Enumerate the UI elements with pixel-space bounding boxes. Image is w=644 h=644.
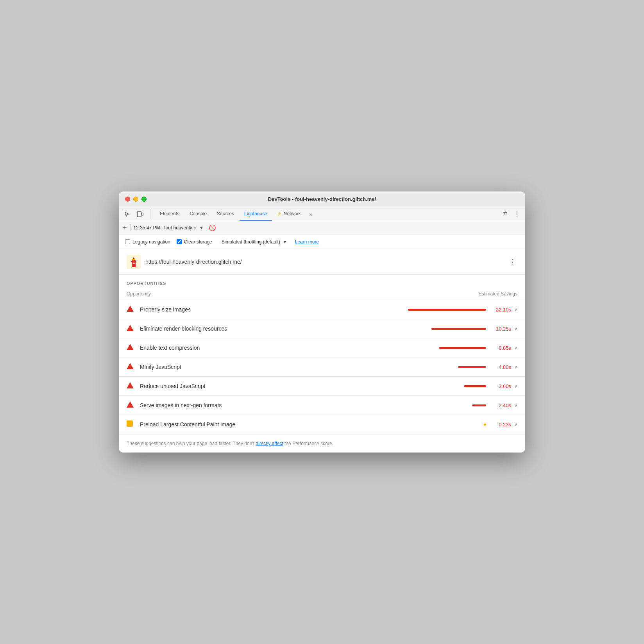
- clear-storage-group: Clear storage: [177, 239, 212, 245]
- customize-button[interactable]: ⋮: [512, 209, 522, 219]
- traffic-lights: [125, 197, 147, 202]
- legacy-nav-group: Legacy navigation: [125, 239, 170, 245]
- block-icon: 🚫: [209, 224, 216, 231]
- opportunity-bar: [408, 309, 486, 311]
- throttling-group: Simulated throttling (default) ▼: [222, 239, 287, 245]
- url-bar: + 12:35:47 PM - foul-heavenly-c ▼ 🚫: [119, 221, 525, 234]
- opportunity-icon: [127, 420, 134, 428]
- opportunity-bar: [458, 366, 486, 368]
- maximize-button[interactable]: [141, 197, 147, 202]
- tab-icon-group: [122, 209, 150, 219]
- opportunity-row[interactable]: Serve images in next-gen formats 2.40s ∨: [119, 396, 525, 415]
- legacy-navigation-checkbox[interactable]: [125, 239, 130, 244]
- table-header: Opportunity Estimated Savings: [119, 289, 525, 300]
- opportunity-icon: [127, 325, 134, 333]
- tab-lighthouse[interactable]: Lighthouse: [240, 207, 272, 221]
- opportunity-bar-area: [400, 404, 486, 406]
- throttling-label: Simulated throttling (default): [222, 239, 280, 245]
- opportunity-savings: 2.40s: [491, 402, 511, 408]
- opportunity-title: Minify JavaScript: [140, 364, 400, 370]
- opportunity-title: Eliminate render-blocking resources: [140, 326, 400, 332]
- opportunity-expand-button[interactable]: ∨: [514, 384, 517, 389]
- opportunity-bar-area: [400, 366, 486, 368]
- opportunity-expand-button[interactable]: ∨: [514, 307, 517, 312]
- url-timestamp: 12:35:47 PM - foul-heavenly-c: [134, 225, 196, 231]
- close-button[interactable]: [125, 197, 130, 202]
- window-title: DevTools - foul-heavenly-direction.glitc…: [268, 196, 376, 202]
- opportunity-expand-button[interactable]: ∨: [514, 326, 517, 331]
- opportunity-title: Enable text compression: [140, 345, 400, 351]
- section-title-opportunities: OPPORTUNITIES: [119, 275, 525, 289]
- opportunity-expand-button[interactable]: ∨: [514, 345, 517, 351]
- opportunity-title: Properly size images: [140, 306, 400, 313]
- opportunity-title: Preload Largest Contentful Paint image: [140, 421, 400, 428]
- opportunity-bar-area: [400, 385, 486, 387]
- opportunity-icon: [127, 363, 134, 371]
- clear-storage-label: Clear storage: [184, 239, 212, 245]
- svg-rect-1: [142, 213, 143, 215]
- tab-sources[interactable]: Sources: [212, 207, 239, 221]
- url-dropdown-arrow[interactable]: ▼: [199, 225, 204, 231]
- warning-icon: ⚠: [277, 211, 282, 216]
- opportunity-bar: [431, 328, 486, 330]
- tab-more-button[interactable]: »: [306, 211, 316, 217]
- opportunity-row[interactable]: Preload Largest Contentful Paint image 0…: [119, 415, 525, 434]
- lighthouse-header: https://foul-heavenly-direction.glitch.m…: [119, 249, 525, 275]
- opportunity-bar-area: [400, 424, 486, 426]
- opportunities-section: OPPORTUNITIES Opportunity Estimated Savi…: [119, 275, 525, 434]
- throttling-dropdown[interactable]: ▼: [283, 239, 287, 245]
- tab-bar: Elements Console Sources Lighthouse ⚠ Ne…: [119, 207, 525, 221]
- opportunity-row[interactable]: Eliminate render-blocking resources 10.2…: [119, 319, 525, 338]
- opportunity-row[interactable]: Properly size images 22.10s ∨: [119, 300, 525, 319]
- opportunity-expand-button[interactable]: ∨: [514, 365, 517, 370]
- opportunity-bar: [464, 385, 486, 387]
- opportunity-bar: [439, 347, 486, 349]
- opportunity-list: Properly size images 22.10s ∨ Eliminate …: [119, 300, 525, 434]
- opportunity-savings: 10.25s: [491, 326, 511, 332]
- title-bar: DevTools - foul-heavenly-direction.glitc…: [119, 191, 525, 207]
- device-toggle-icon[interactable]: [135, 209, 145, 219]
- svg-rect-5: [133, 263, 135, 264]
- learn-more-link[interactable]: Learn more: [295, 239, 319, 245]
- opportunity-title: Serve images in next-gen formats: [140, 402, 400, 408]
- svg-rect-6: [132, 259, 135, 260]
- opportunity-bar-area: [400, 328, 486, 330]
- opportunity-row[interactable]: Enable text compression 8.85s ∨: [119, 338, 525, 358]
- lighthouse-url: https://foul-heavenly-direction.glitch.m…: [145, 259, 504, 265]
- cursor-icon[interactable]: [122, 209, 132, 219]
- opportunity-savings: 22.10s: [491, 307, 511, 313]
- opportunity-row[interactable]: Minify JavaScript 4.80s ∨: [119, 358, 525, 377]
- opportunity-icon: [127, 401, 134, 409]
- opportunity-title: Reduce unused JavaScript: [140, 383, 400, 389]
- opportunity-icon: [127, 306, 134, 313]
- url-divider: [130, 224, 131, 231]
- svg-rect-0: [138, 211, 141, 216]
- footer-text-after: the Performance score.: [283, 441, 333, 446]
- tab-network[interactable]: ⚠ Network: [273, 207, 306, 221]
- opportunity-row[interactable]: Reduce unused JavaScript 3.60s ∨: [119, 377, 525, 396]
- lighthouse-menu-button[interactable]: ⋮: [509, 257, 517, 267]
- opportunity-bar-area: [400, 309, 486, 311]
- opportunity-bar: [484, 424, 486, 426]
- col-opportunity-header: Opportunity: [127, 291, 151, 297]
- opportunity-expand-button[interactable]: ∨: [514, 403, 517, 408]
- options-bar: Legacy navigation Clear storage Simulate…: [119, 234, 525, 249]
- tab-elements[interactable]: Elements: [155, 207, 184, 221]
- settings-button[interactable]: [500, 209, 510, 219]
- main-content: https://foul-heavenly-direction.glitch.m…: [119, 249, 525, 453]
- footer-note: These suggestions can help your page loa…: [119, 434, 525, 453]
- tabs-container: Elements Console Sources Lighthouse ⚠ Ne…: [155, 207, 500, 221]
- opportunity-savings: 4.80s: [491, 364, 511, 370]
- clear-storage-checkbox[interactable]: [177, 239, 182, 244]
- minimize-button[interactable]: [133, 197, 138, 202]
- browser-window: DevTools - foul-heavenly-direction.glitc…: [119, 191, 525, 453]
- opportunity-icon: [127, 344, 134, 352]
- tab-console[interactable]: Console: [185, 207, 211, 221]
- tab-actions: ⋮: [500, 209, 522, 219]
- add-panel-button[interactable]: +: [123, 224, 127, 231]
- col-savings-header: Estimated Savings: [479, 291, 517, 297]
- directly-affect-link[interactable]: directly affect: [256, 441, 283, 446]
- opportunity-savings: 8.85s: [491, 345, 511, 351]
- opportunity-savings: 0.23s: [491, 422, 511, 428]
- opportunity-expand-button[interactable]: ∨: [514, 422, 517, 427]
